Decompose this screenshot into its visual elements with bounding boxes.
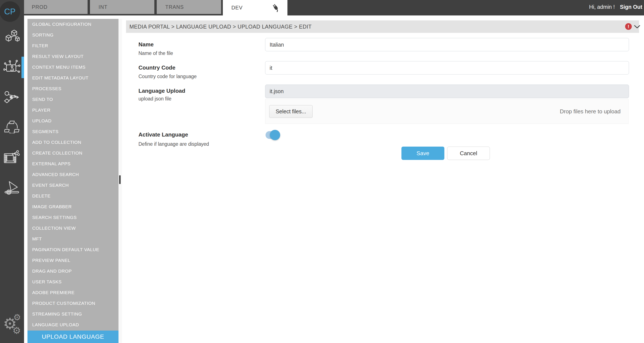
sidebar-item[interactable]: SORTING <box>28 30 118 40</box>
country-code-label: Country Code <box>138 64 176 71</box>
tab-dev-active[interactable]: DEV <box>223 0 288 16</box>
sidebar-item[interactable]: PLAYER <box>28 105 118 116</box>
sidebar-item[interactable]: RESULT VIEW LAYOUT <box>28 51 118 62</box>
drop-files-hint: Drop files here to upload <box>560 99 620 124</box>
sidebar-item[interactable]: EDIT METADATA LAYOUT <box>28 72 118 83</box>
sign-out-link[interactable]: Sign Out <box>620 4 642 10</box>
user-greeting-area: Hi, admin ! Sign Out <box>589 0 642 14</box>
cp-logo[interactable]: CP <box>0 1 20 22</box>
sidebar-item[interactable]: PREVIEW PANEL <box>28 255 118 266</box>
greeting-text: Hi, admin ! <box>589 4 614 10</box>
uploaded-file-field: it.json <box>265 84 629 98</box>
file-drop-zone[interactable]: Select files... Drop files here to uploa… <box>265 99 628 124</box>
sidebar-item[interactable]: CONTEXT MENU ITEMS <box>28 62 118 72</box>
sidebar-item[interactable]: DELETE <box>28 190 118 201</box>
environment-tab[interactable]: PROD <box>23 0 88 14</box>
sidebar-item[interactable]: LANGUAGE UPLOAD <box>28 320 118 330</box>
sidebar-item[interactable]: SEARCH SETTINGS <box>28 212 118 223</box>
sidebar-menu: GLOBAL CONFIGURATIONSORTINGFILTERRESULT … <box>28 19 118 343</box>
activate-language-toggle-knob[interactable] <box>270 130 280 140</box>
country-code-input[interactable] <box>265 61 629 74</box>
language-upload-label: Language Upload <box>138 88 185 94</box>
sidebar-item[interactable]: PRODUCT CUSTOMIZATION <box>28 298 118 309</box>
sidebar-item[interactable]: ADD TO COLLECTION <box>28 137 118 148</box>
player-tools-icon[interactable] <box>0 181 24 195</box>
breadcrumb: MEDIA PORTAL > LANGUAGE UPLOAD > UPLOAD … <box>130 20 312 33</box>
collection-cycle-icon[interactable] <box>0 120 24 133</box>
select-files-button[interactable]: Select files... <box>269 105 312 118</box>
sidebar-item[interactable]: COLLECTION VIEW <box>28 223 118 234</box>
activate-language-help: Define if language are displayed <box>138 141 209 147</box>
save-button[interactable]: Save <box>402 146 444 160</box>
error-badge-icon[interactable]: ! <box>625 23 632 30</box>
cancel-button[interactable]: Cancel <box>447 146 490 160</box>
tab-dev-label: DEV <box>232 5 242 11</box>
language-upload-help: upload json file <box>138 96 171 102</box>
touch-config-icon[interactable] <box>0 59 24 76</box>
sidebar-item[interactable]: EXTERNAL APPS <box>28 158 118 169</box>
icon-rail: ⚙ ⚙ ⚙ <box>0 0 24 343</box>
sidebar-item[interactable]: STREAMING SETTING <box>28 309 118 320</box>
activate-language-label: Activate Language <box>138 131 188 138</box>
sidebar-item[interactable]: ADVANCED SEARCH <box>28 169 118 180</box>
sidebar-item[interactable]: ADOBE PREMIERE <box>28 287 118 298</box>
sidebar-item[interactable]: USER TASKS <box>28 276 118 287</box>
breadcrumb-bar: MEDIA PORTAL > LANGUAGE UPLOAD > UPLOAD … <box>126 20 639 33</box>
sidebar-active-subitem[interactable]: UPLOAD LANGUAGE <box>28 330 118 343</box>
settings-gears-icon[interactable]: ⚙ <box>12 326 21 335</box>
video-edit-icon[interactable] <box>0 150 24 164</box>
sidebar-item[interactable]: EVENT SEARCH <box>28 180 118 190</box>
sidebar-scrollbar-thumb[interactable] <box>119 175 121 184</box>
top-bar: PRODINTTRANS DEV Hi, admin ! Sign Out <box>0 0 644 16</box>
sidebar-item[interactable]: PAGINATION DEFAULT VALUE <box>28 244 118 255</box>
sidebar-item[interactable]: MFT <box>28 234 118 244</box>
sidebar-item[interactable]: FILTER <box>28 40 118 51</box>
environment-tab[interactable]: INT <box>90 0 154 14</box>
name-label: Name <box>138 41 154 48</box>
sidebar-item[interactable]: UPLOAD <box>28 116 118 126</box>
country-code-help: Country code for language <box>138 74 197 80</box>
sidebar-item[interactable]: GLOBAL CONFIGURATION <box>28 19 118 30</box>
cubes-network-icon[interactable] <box>0 28 24 44</box>
environment-tab[interactable]: TRANS <box>157 0 221 14</box>
sidebar-item[interactable]: PROCESSES <box>28 83 118 94</box>
workflow-icon[interactable] <box>0 91 24 104</box>
plug-icon <box>271 2 280 13</box>
sidebar-item[interactable]: CREATE COLLECTION <box>28 148 118 158</box>
active-rail-indicator <box>22 57 24 78</box>
name-help: Name of the file <box>138 50 173 56</box>
chevron-down-icon[interactable] <box>634 25 640 29</box>
sidebar-item[interactable]: SEND TO <box>28 94 118 105</box>
name-input[interactable] <box>265 38 629 51</box>
sidebar-item[interactable]: DRAG AND DROP <box>28 266 118 276</box>
sidebar-item[interactable]: SEGMENTS <box>28 126 118 137</box>
sidebar-item[interactable]: IMAGE GRABBER <box>28 201 118 212</box>
